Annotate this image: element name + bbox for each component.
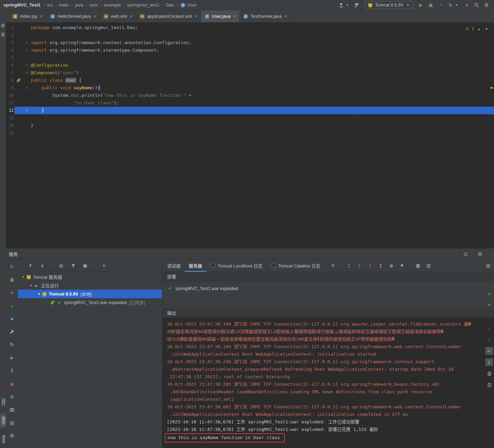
editor-line[interactable]: 2 xyxy=(6,31,494,39)
wrench-icon[interactable] xyxy=(8,328,16,335)
list-icon[interactable]: ▤ xyxy=(425,262,432,269)
editor[interactable]: 1package com.example.springmvc_test1.Dao… xyxy=(6,23,494,248)
close-x-icon[interactable]: ✖ xyxy=(398,262,406,269)
profiler-button[interactable]: ◔ xyxy=(438,2,443,8)
tree-item[interactable]: ▾Tomcat 服务器 xyxy=(18,273,162,281)
fold-marker-icon[interactable]: ⊟ xyxy=(14,47,31,54)
tree-item[interactable]: ▾Tomcat 8.5.93[本地] xyxy=(18,290,162,298)
build-button[interactable] xyxy=(355,2,360,8)
console-output[interactable]: 18-Oct-2023 23:47:38.149 淇℃伅 [RMI TCP Co… xyxy=(162,318,494,448)
more-icon[interactable]: » xyxy=(485,301,493,308)
editor-tab[interactable]: CUser.java× xyxy=(201,10,240,22)
editor-line[interactable]: 6⊟@Configuration xyxy=(6,62,494,69)
print-icon[interactable] xyxy=(485,370,493,377)
fold-marker-icon[interactable]: ⊟ xyxy=(14,62,31,69)
breadcrumb-item[interactable]: CUser xyxy=(180,2,197,8)
stop-button[interactable]: ■ xyxy=(464,2,469,8)
breadcrumb-item[interactable]: springMVC_Test1 xyxy=(3,2,41,8)
refresh-icon[interactable]: ↻ xyxy=(8,341,16,348)
tool-stub-run[interactable]: 运行 xyxy=(0,395,6,409)
tree-item[interactable]: ✔springMVC_Test1:war exploded[已同步] xyxy=(18,298,162,307)
editor-line[interactable]: 10 System.out.println("now this is sayNa… xyxy=(6,92,494,99)
editor-line[interactable]: 7⊟@Component("user") xyxy=(6,69,494,77)
rerun-icon[interactable]: ↻ xyxy=(8,263,16,271)
console-tab[interactable]: 服务器 xyxy=(185,260,206,272)
line-number[interactable]: 15 xyxy=(6,129,14,137)
breadcrumb-item[interactable]: java xyxy=(75,2,83,8)
gear-icon[interactable]: ⚙ xyxy=(8,432,16,439)
close-icon[interactable]: × xyxy=(195,14,197,19)
breadcrumb-item[interactable]: src xyxy=(47,2,53,8)
scroll-end-icon[interactable]: ⇓ xyxy=(485,358,493,366)
editor-line[interactable]: 11 "in User class"); xyxy=(6,99,494,107)
output-section-header[interactable]: 输出 xyxy=(162,308,494,318)
line-number[interactable]: 14 xyxy=(6,122,14,129)
deploy-icon[interactable]: ⇘ xyxy=(485,290,493,297)
deploy-section-header[interactable]: 部署 xyxy=(162,272,494,281)
deployment-item[interactable]: ✔ springMVC_Test1:war exploded xyxy=(162,281,494,291)
soft-wrap-icon[interactable]: ↵ xyxy=(485,347,493,355)
structure-stub-icon[interactable]: ▥ xyxy=(0,31,6,37)
spring-bean-icon[interactable] xyxy=(16,77,21,83)
editor-line[interactable]: 3⊟import org.springframework.context.ann… xyxy=(6,39,494,47)
menu-icon[interactable]: ≡ xyxy=(329,262,337,269)
editor-line[interactable]: 9⊟ public void sayName(){ xyxy=(6,84,494,92)
fold-marker-icon[interactable]: ⊟ xyxy=(14,69,31,77)
line-number[interactable]: 6 xyxy=(6,62,14,69)
layers-icon[interactable]: ▤ xyxy=(8,419,16,426)
scroll-down-icon[interactable]: ↓ xyxy=(485,336,493,343)
breadcrumb-item[interactable]: com xyxy=(90,2,98,8)
tool-stub-web[interactable]: Web xyxy=(0,432,6,446)
collapse-all-icon[interactable]: ↡ xyxy=(39,262,46,269)
chevron-down-icon[interactable]: ▾ xyxy=(21,275,26,279)
hotswap-icon[interactable]: ◉ xyxy=(8,380,16,387)
project-stub-icon[interactable]: ▤ xyxy=(0,23,6,28)
close-icon[interactable]: × xyxy=(233,14,236,19)
stop-icon[interactable]: ■ xyxy=(8,289,16,297)
fold-marker-icon[interactable]: ⊟ xyxy=(14,39,31,47)
thread-dump-icon[interactable] xyxy=(8,406,16,413)
service-gem-icon[interactable]: ◆ xyxy=(8,315,16,322)
console-tab[interactable]: ›_Tomcat Catalina 日志 xyxy=(267,260,324,272)
editor-tab[interactable]: CHelloServlet.java× xyxy=(46,10,100,22)
debug-icon[interactable] xyxy=(8,276,16,284)
editor-line[interactable]: 5 xyxy=(6,54,494,62)
tree-item[interactable]: ▾▶正在运行 xyxy=(18,281,162,290)
line-number[interactable]: 13 xyxy=(6,114,14,122)
close-icon[interactable]: × xyxy=(40,14,43,19)
scroll-up-icon[interactable]: ↑ xyxy=(485,325,493,332)
filter-icon[interactable] xyxy=(69,262,77,269)
run-config-selector[interactable]: Tomcat 8.5.93 ▾ xyxy=(364,1,414,9)
close-icon[interactable]: × xyxy=(93,14,96,19)
editor-line[interactable]: 1package com.example.springmvc_test1.Dao… xyxy=(6,24,494,31)
line-number[interactable]: 11 xyxy=(6,99,14,107)
close-icon[interactable]: × xyxy=(130,14,133,19)
export-up-icon[interactable]: ↥ xyxy=(345,262,353,269)
pause-icon[interactable]: ‖ xyxy=(8,367,16,374)
add-service-icon[interactable]: + xyxy=(100,262,108,269)
line-number[interactable]: 1 xyxy=(6,24,14,31)
editor-tab[interactable]: Jindex.jsp× xyxy=(9,10,46,22)
fold-marker-icon[interactable]: ⊟ xyxy=(14,84,31,92)
grid-icon[interactable]: ▦ xyxy=(414,262,422,269)
breadcrumb-item[interactable]: main xyxy=(59,2,69,8)
editor-tab[interactable]: <>web.xml× xyxy=(100,10,136,22)
line-number[interactable]: 5 xyxy=(6,54,14,62)
editor-tab[interactable]: CTestServlet.java× xyxy=(240,10,291,22)
settings-button[interactable]: ⚙ xyxy=(484,2,489,8)
line-number[interactable]: 2 xyxy=(6,31,14,39)
download-red-icon[interactable]: ↧ xyxy=(366,262,374,269)
deploy-icon[interactable]: ⇘ xyxy=(8,302,16,309)
fold-marker-icon[interactable]: ⌐ xyxy=(14,107,31,114)
editor-line[interactable]: 12⌐ } xyxy=(6,107,494,114)
clear-x-icon[interactable]: ⊗ xyxy=(388,262,395,269)
chevron-down-icon[interactable]: ▾ xyxy=(36,292,42,296)
download-icon[interactable]: ↧ xyxy=(356,262,363,269)
line-number[interactable]: 10 xyxy=(6,92,14,99)
editor-line[interactable]: 4⊟import org.springframework.stereotype.… xyxy=(6,47,494,54)
editor-line[interactable]: 15 xyxy=(6,129,494,137)
user-profile-button[interactable]: ▾ xyxy=(338,2,350,8)
line-number[interactable]: 4 xyxy=(6,47,14,54)
run-button[interactable]: ▶ xyxy=(418,2,424,8)
breadcrumb-item[interactable]: Dao xyxy=(166,2,174,8)
